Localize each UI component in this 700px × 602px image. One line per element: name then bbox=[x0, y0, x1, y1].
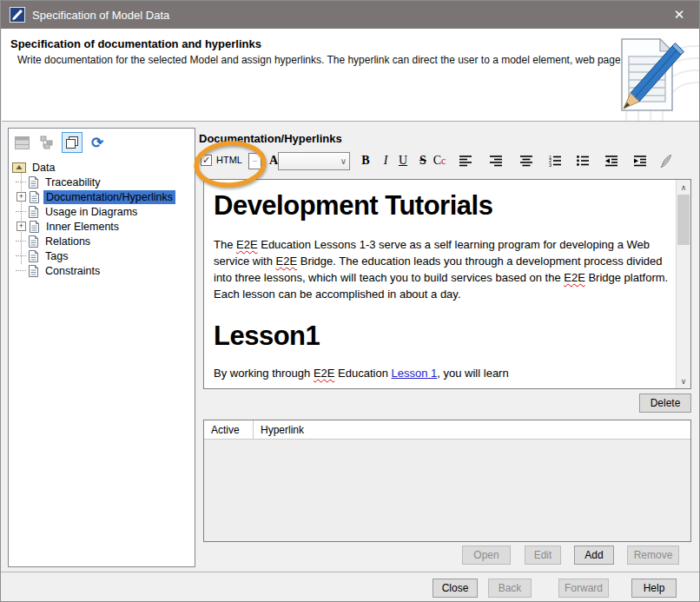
scroll-down-icon[interactable]: ∨ bbox=[677, 374, 690, 388]
standard-mode-icon[interactable] bbox=[62, 132, 83, 153]
tree-node-tags[interactable]: Tags bbox=[12, 248, 193, 263]
html-checkbox-label[interactable]: HTML bbox=[216, 155, 242, 165]
svg-text:3: 3 bbox=[549, 162, 551, 168]
open-button[interactable]: Open bbox=[462, 546, 511, 565]
tree-node-label: Relations bbox=[43, 235, 93, 248]
pane-title: Documentation/Hyperlinks bbox=[199, 132, 342, 145]
table-header: Active Hyperlink bbox=[204, 420, 690, 440]
header-title: Specification of documentation and hyper… bbox=[10, 37, 261, 50]
page-icon bbox=[29, 191, 40, 203]
tree-node-label: Constraints bbox=[43, 264, 102, 278]
editor-scrollbar[interactable]: ∧ ∨ bbox=[676, 180, 690, 388]
page-icon bbox=[28, 265, 39, 277]
footer-separator bbox=[1, 572, 699, 572]
tree-node-label: Tags bbox=[43, 249, 70, 263]
align-left-icon bbox=[459, 155, 472, 167]
spec-tree: Data Traceability + Documentation/H bbox=[12, 160, 193, 278]
header-description: Write documentation for the selected Mod… bbox=[17, 54, 655, 66]
misspelled-word: E2E bbox=[314, 367, 335, 380]
misspelled-word: E2E bbox=[236, 238, 258, 251]
doc-heading-2: Lesson1 bbox=[214, 321, 670, 352]
page-icon bbox=[28, 176, 39, 189]
doc-paragraph-1: The E2E Education Lessons 1-3 serve as a… bbox=[214, 236, 670, 302]
tree-node-root[interactable]: Data bbox=[12, 160, 193, 175]
misspelled-word: E2E bbox=[276, 255, 298, 268]
scrollbar-thumb[interactable] bbox=[677, 195, 690, 245]
remove-button[interactable]: Remove bbox=[627, 546, 679, 565]
html-checkbox[interactable]: ✓ bbox=[201, 155, 212, 166]
align-left-button[interactable] bbox=[456, 151, 475, 170]
model-icon bbox=[12, 162, 26, 173]
page-icon bbox=[28, 206, 39, 218]
nav-toolbar: ⟳ bbox=[11, 131, 108, 154]
tree-node-traceability[interactable]: Traceability bbox=[12, 175, 193, 189]
insert-hyperlink-button[interactable] bbox=[656, 151, 675, 170]
align-right-icon bbox=[489, 155, 503, 167]
lesson-1-link[interactable]: Lesson 1 bbox=[392, 367, 438, 380]
numbered-list-icon: 123 bbox=[548, 155, 562, 167]
tree-node-inner-elements[interactable]: + Inner Elements bbox=[12, 219, 193, 234]
spec-nav-panel: ⟳ Data Traceability bbox=[8, 128, 195, 567]
back-button[interactable]: Back bbox=[488, 579, 532, 598]
font-select[interactable]: ∨ bbox=[278, 152, 350, 170]
tree-view-icon[interactable] bbox=[36, 132, 57, 153]
bullet-list-icon bbox=[576, 155, 590, 167]
increase-indent-icon bbox=[633, 155, 647, 167]
align-center-button[interactable] bbox=[517, 151, 536, 170]
tree-node-label: Data bbox=[30, 161, 57, 175]
close-icon[interactable]: ✕ bbox=[659, 1, 699, 29]
numbered-list-button[interactable]: 123 bbox=[545, 151, 565, 170]
page-icon bbox=[28, 235, 39, 248]
forward-button[interactable]: Forward bbox=[558, 579, 609, 598]
scroll-up-icon[interactable]: ∧ bbox=[677, 180, 690, 195]
document-pencil-icon bbox=[608, 32, 686, 119]
align-right-button[interactable] bbox=[486, 151, 505, 170]
doc-heading-1: Development Tutorials bbox=[214, 190, 670, 222]
tree-node-label: Traceability bbox=[43, 175, 102, 189]
italic-button[interactable]: I bbox=[376, 151, 395, 170]
expand-icon[interactable]: + bbox=[17, 192, 26, 202]
app-icon bbox=[10, 7, 25, 23]
tree-node-usage[interactable]: Usage in Diagrams bbox=[12, 204, 193, 219]
refresh-icon[interactable]: ⟳ bbox=[87, 132, 108, 153]
title-bar[interactable]: Specification of Model Data ✕ bbox=[1, 1, 699, 29]
expand-icon[interactable]: + bbox=[17, 222, 26, 231]
quill-icon bbox=[658, 154, 673, 169]
underline-button[interactable]: U bbox=[393, 151, 413, 170]
note-icon[interactable]: ┄ bbox=[248, 153, 261, 169]
align-center-icon bbox=[519, 155, 533, 167]
specification-dialog: Specification of Model Data ✕ Specificat… bbox=[0, 0, 700, 602]
bold-button[interactable]: B bbox=[356, 151, 375, 170]
tree-node-label: Documentation/Hyperlinks bbox=[43, 190, 175, 204]
close-button[interactable]: Close bbox=[433, 579, 478, 598]
delete-button[interactable]: Delete bbox=[639, 394, 691, 413]
dialog-header: Specification of documentation and hyper… bbox=[2, 29, 700, 122]
decrease-indent-button[interactable] bbox=[602, 151, 621, 170]
tree-node-constraints[interactable]: Constraints bbox=[12, 263, 193, 278]
bullet-list-button[interactable] bbox=[573, 151, 592, 170]
help-button[interactable]: Help bbox=[631, 579, 677, 598]
hyperlink-table[interactable]: Active Hyperlink bbox=[203, 420, 691, 542]
page-icon bbox=[28, 250, 39, 262]
page-icon bbox=[29, 221, 40, 233]
tree-node-label: Usage in Diagrams bbox=[43, 205, 140, 219]
increase-indent-button[interactable] bbox=[631, 151, 650, 170]
decrease-indent-icon bbox=[604, 155, 618, 167]
editor-content[interactable]: Development Tutorials The E2E Education … bbox=[204, 180, 676, 388]
change-case-button[interactable]: Cc bbox=[430, 151, 449, 170]
properties-view-icon[interactable] bbox=[11, 132, 32, 153]
format-toolbar: ✓ HTML ┄ A ∨ B I U S Cc 123 bbox=[200, 150, 691, 177]
add-button[interactable]: Add bbox=[574, 546, 614, 565]
misspelled-word: E2E bbox=[564, 271, 585, 284]
chevron-down-icon: ∨ bbox=[340, 156, 347, 166]
column-header-active: Active bbox=[204, 420, 254, 439]
documentation-editor[interactable]: Development Tutorials The E2E Education … bbox=[203, 179, 691, 389]
window-title: Specification of Model Data bbox=[32, 9, 169, 22]
tree-node-documentation[interactable]: + Documentation/Hyperlinks bbox=[12, 189, 193, 204]
doc-paragraph-2: By working through E2E Education Lesson … bbox=[214, 365, 670, 381]
tree-node-relations[interactable]: Relations bbox=[12, 234, 193, 248]
column-header-hyperlink: Hyperlink bbox=[254, 420, 304, 439]
edit-button[interactable]: Edit bbox=[525, 546, 561, 565]
tree-node-label: Inner Elements bbox=[43, 220, 122, 234]
